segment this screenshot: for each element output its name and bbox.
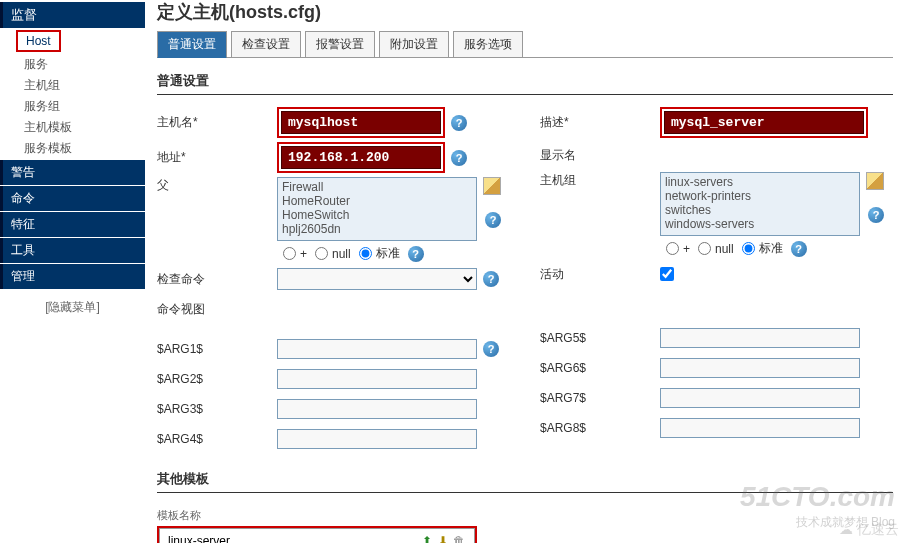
label-address: 地址* — [157, 149, 277, 166]
input-address[interactable] — [281, 146, 441, 169]
hide-menu-link[interactable]: [隐藏菜单] — [0, 289, 145, 326]
radio-hostgroup: + null 标准 ? — [660, 240, 860, 257]
input-arg4[interactable] — [277, 429, 477, 449]
sidebar-item-service[interactable]: 服务 — [0, 54, 145, 75]
sidebar-item-servicegroup[interactable]: 服务组 — [0, 96, 145, 117]
nav-header-monitor[interactable]: 监督 — [0, 2, 145, 28]
tabs: 普通设置 检查设置 报警设置 附加设置 服务选项 — [157, 30, 893, 58]
label-commandview: 命令视图 — [157, 301, 277, 318]
input-arg7[interactable] — [660, 388, 860, 408]
input-arg2[interactable] — [277, 369, 477, 389]
label-arg4: $ARG4$ — [157, 432, 277, 446]
label-arg7: $ARG7$ — [540, 391, 660, 405]
move-down-icon[interactable]: ⬇ — [436, 534, 450, 543]
nav-section-feature[interactable]: 特征 — [0, 212, 145, 237]
listbox-hostgroup[interactable]: linux-servers network-printers switches … — [660, 172, 860, 236]
sidebar-item-hosttemplate[interactable]: 主机模板 — [0, 117, 145, 138]
label-arg1: $ARG1$ — [157, 342, 277, 356]
main-content: 定义主机(hosts.cfg) 普通设置 检查设置 报警设置 附加设置 服务选项… — [145, 0, 905, 543]
label-checkcommand: 检查命令 — [157, 271, 277, 288]
nav-section-manage[interactable]: 管理 — [0, 264, 145, 289]
radio-standard[interactable] — [359, 247, 372, 260]
radio-plus[interactable] — [283, 247, 296, 260]
tab-basic[interactable]: 普通设置 — [157, 31, 227, 58]
input-arg8[interactable] — [660, 418, 860, 438]
help-icon[interactable]: ? — [868, 207, 884, 223]
label-parent: 父 — [157, 177, 277, 194]
template-row: linux-server ⬆ ⬇ 🗑 — [159, 528, 475, 543]
label-hostname: 主机名* — [157, 114, 277, 131]
nav-section-command[interactable]: 命令 — [0, 186, 145, 211]
label-arg5: $ARG5$ — [540, 331, 660, 345]
tab-check[interactable]: 检查设置 — [231, 31, 301, 58]
radio-null[interactable] — [698, 242, 711, 255]
help-icon[interactable]: ? — [451, 115, 467, 131]
input-arg6[interactable] — [660, 358, 860, 378]
checkbox-active[interactable] — [660, 267, 674, 281]
radio-standard[interactable] — [742, 242, 755, 255]
label-active: 活动 — [540, 266, 660, 283]
help-icon[interactable]: ? — [408, 246, 424, 262]
tab-service[interactable]: 服务选项 — [453, 31, 523, 58]
nav-section-tool[interactable]: 工具 — [0, 238, 145, 263]
label-arg2: $ARG2$ — [157, 372, 277, 386]
help-icon[interactable]: ? — [485, 212, 501, 228]
delete-icon[interactable]: 🗑 — [452, 534, 466, 543]
watermark: 51CTO.com — [740, 481, 895, 513]
select-checkcommand[interactable] — [277, 268, 477, 290]
label-hostgroup: 主机组 — [540, 172, 660, 189]
label-arg6: $ARG6$ — [540, 361, 660, 375]
listbox-parent[interactable]: Firewall HomeRouter HomeSwitch hplj2605d… — [277, 177, 477, 241]
edit-icon[interactable] — [483, 177, 501, 195]
sidebar-item-servicetemplate[interactable]: 服务模板 — [0, 138, 145, 159]
help-icon[interactable]: ? — [791, 241, 807, 257]
label-arg3: $ARG3$ — [157, 402, 277, 416]
input-description[interactable] — [664, 111, 864, 134]
section-basic-title: 普通设置 — [157, 72, 893, 95]
page-title: 定义主机(hosts.cfg) — [157, 0, 893, 30]
edit-icon[interactable] — [866, 172, 884, 190]
help-icon[interactable]: ? — [451, 150, 467, 166]
label-description: 描述* — [540, 114, 660, 131]
move-up-icon[interactable]: ⬆ — [420, 534, 434, 543]
label-displayname: 显示名 — [540, 147, 660, 164]
radio-null[interactable] — [315, 247, 328, 260]
template-table: linux-server ⬆ ⬇ 🗑 host-pnp ⬆ ⬇ 🗑 — [157, 526, 477, 543]
help-icon[interactable]: ? — [483, 341, 499, 357]
sidebar: 监督 Host 服务 主机组 服务组 主机模板 服务模板 警告 命令 特征 工具… — [0, 0, 145, 543]
input-arg5[interactable] — [660, 328, 860, 348]
input-arg3[interactable] — [277, 399, 477, 419]
help-icon[interactable]: ? — [483, 271, 499, 287]
label-arg8: $ARG8$ — [540, 421, 660, 435]
radio-plus[interactable] — [666, 242, 679, 255]
radio-parent: + null 标准 ? — [277, 245, 477, 262]
watermark: ☁ 亿速云 — [839, 521, 899, 539]
sidebar-item-host[interactable]: Host — [16, 30, 61, 52]
nav-section-alert[interactable]: 警告 — [0, 160, 145, 185]
input-arg1[interactable] — [277, 339, 477, 359]
tab-alert[interactable]: 报警设置 — [305, 31, 375, 58]
input-hostname[interactable] — [281, 111, 441, 134]
template-name: linux-server — [168, 534, 230, 543]
tab-extra[interactable]: 附加设置 — [379, 31, 449, 58]
sidebar-item-hostgroup[interactable]: 主机组 — [0, 75, 145, 96]
